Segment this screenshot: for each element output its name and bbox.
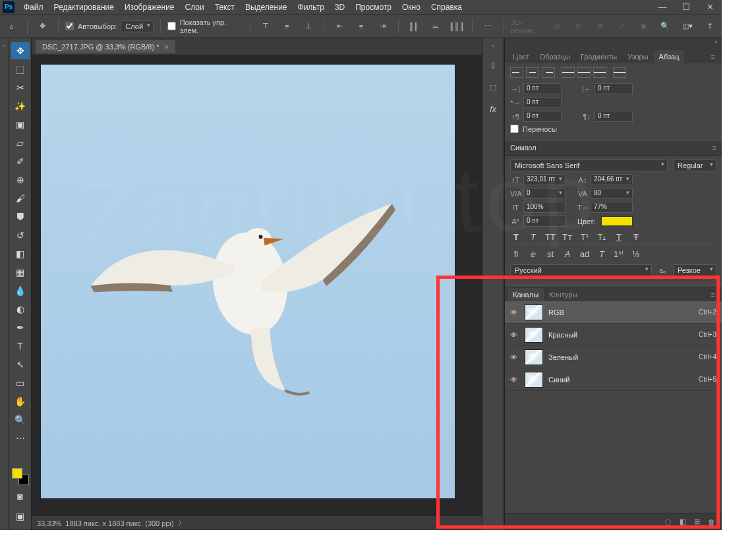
- align-hcenter-icon[interactable]: ≡: [353, 17, 370, 36]
- tool-lasso[interactable]: ✂: [11, 79, 30, 96]
- tool-screenmode[interactable]: ▣: [11, 508, 30, 525]
- tool-pen[interactable]: ✒: [11, 319, 30, 336]
- para-justify-center[interactable]: [577, 67, 591, 78]
- indent-left-field[interactable]: 0 пт: [523, 83, 562, 94]
- ot-ordinals[interactable]: 1ˢᵗ: [613, 249, 625, 259]
- show-controls-checkbox[interactable]: Показать упр. элем.: [167, 18, 243, 34]
- toolbox-collapse-handle[interactable]: »: [0, 38, 9, 530]
- status-zoom[interactable]: 33,33%: [37, 519, 61, 527]
- para-justify-right[interactable]: [593, 67, 606, 78]
- tool-eyedropper[interactable]: ✐: [11, 153, 30, 170]
- tool-frame[interactable]: ▱: [11, 134, 30, 152]
- distribute-v-icon[interactable]: ═: [426, 17, 444, 36]
- visibility-eye-icon[interactable]: 👁: [510, 353, 519, 361]
- leading-field[interactable]: 204,66 пт: [591, 174, 633, 185]
- tool-heal[interactable]: ⊕: [11, 171, 30, 189]
- kerning-field[interactable]: 0: [523, 188, 566, 199]
- style-underline[interactable]: T: [613, 232, 625, 242]
- auto-select-input[interactable]: [65, 22, 74, 30]
- close-tab-icon[interactable]: ×: [164, 43, 168, 51]
- panel-icon-2[interactable]: ⬚: [484, 78, 502, 96]
- tool-crop[interactable]: ▣: [11, 116, 30, 133]
- para-align-right[interactable]: [542, 67, 555, 78]
- ot-discretionary[interactable]: st: [544, 249, 556, 259]
- canvas-viewport[interactable]: [32, 55, 482, 515]
- menu-view[interactable]: Просмотр: [350, 1, 397, 14]
- ot-ligatures[interactable]: fi: [510, 249, 522, 259]
- menu-filter[interactable]: Фильтр: [293, 1, 330, 14]
- ot-fractions[interactable]: ½: [630, 249, 642, 259]
- align-vcenter-icon[interactable]: ≡: [278, 17, 296, 36]
- home-icon[interactable]: ⌂: [3, 17, 20, 36]
- align-top-icon[interactable]: ⊤: [256, 17, 274, 36]
- tool-shape[interactable]: ▭: [11, 374, 30, 392]
- tab-gradients[interactable]: Градиенты: [575, 50, 622, 63]
- panels-collapse-icon[interactable]: »: [505, 38, 722, 47]
- channel-row[interactable]: 👁ЗеленыйCtrl+4: [505, 346, 722, 368]
- auto-select-checkbox[interactable]: Автовыбор:: [65, 22, 117, 30]
- channel-row[interactable]: 👁СинийCtrl+5: [505, 368, 722, 391]
- menu-select[interactable]: Выделение: [240, 1, 293, 14]
- auto-select-target-dropdown[interactable]: Слой: [121, 20, 153, 32]
- character-panel-header[interactable]: Символ ≡: [505, 140, 722, 156]
- tab-color[interactable]: Цвет: [508, 50, 535, 63]
- para-align-center[interactable]: [526, 67, 539, 78]
- menu-help[interactable]: Справка: [426, 1, 467, 14]
- share-icon[interactable]: ⇪: [701, 17, 719, 36]
- tool-stamp[interactable]: ⛊: [11, 208, 30, 225]
- para-justify-all[interactable]: [613, 67, 626, 78]
- channel-row[interactable]: 👁RGBCtrl+2: [505, 301, 722, 324]
- panel-menu-icon[interactable]: ≡: [707, 288, 719, 301]
- panel-strip-collapse-icon[interactable]: «: [491, 42, 494, 49]
- distribute-3-icon[interactable]: ║║║: [448, 17, 466, 36]
- hyphenation-input[interactable]: [510, 125, 519, 133]
- tool-dodge[interactable]: ◐: [11, 301, 30, 318]
- document-tab[interactable]: DSC_2717.JPG @ 33,3% (RGB/8) * ×: [36, 40, 175, 53]
- style-superscript[interactable]: T¹: [579, 232, 591, 242]
- para-justify-left[interactable]: [562, 67, 575, 78]
- move-tool-icon[interactable]: ✥: [34, 17, 52, 36]
- tool-wand[interactable]: ✨: [11, 98, 30, 115]
- menu-3d[interactable]: 3D: [330, 1, 350, 14]
- font-size-field[interactable]: 323,01 пт: [523, 174, 566, 185]
- save-selection-icon[interactable]: ◧: [680, 517, 686, 526]
- hscale-field[interactable]: 77%: [591, 202, 633, 213]
- style-strikethrough[interactable]: T: [630, 232, 642, 242]
- delete-channel-icon[interactable]: 🗑: [708, 518, 715, 526]
- indent-first-field[interactable]: 0 пт: [523, 97, 562, 108]
- tool-history-brush[interactable]: ↺: [11, 227, 30, 244]
- font-family-dropdown[interactable]: Microsoft Sans Serif: [510, 160, 668, 171]
- align-left-icon[interactable]: ⇤: [331, 17, 349, 36]
- tab-paths[interactable]: Контуры: [544, 288, 583, 301]
- style-italic[interactable]: T: [527, 232, 539, 242]
- maximize-button[interactable]: ☐: [674, 0, 698, 15]
- space-after-field[interactable]: 0 пт: [595, 111, 633, 122]
- foreground-color[interactable]: [12, 468, 22, 479]
- menu-image[interactable]: Изображение: [119, 1, 180, 14]
- tool-hand[interactable]: ✋: [11, 393, 30, 410]
- panel-icon-1[interactable]: ▯: [484, 55, 502, 74]
- show-controls-input[interactable]: [167, 22, 176, 30]
- menu-file[interactable]: Файл: [18, 1, 49, 14]
- antialias-dropdown[interactable]: Резкое: [673, 264, 716, 276]
- distribute-h-icon[interactable]: ║║: [405, 17, 423, 36]
- panel-icon-fx[interactable]: fx: [484, 100, 502, 119]
- tracking-field[interactable]: 80: [591, 188, 633, 199]
- search-icon[interactable]: 🔍: [656, 17, 674, 36]
- tab-channels[interactable]: Каналы: [508, 288, 544, 301]
- tool-move[interactable]: ✥: [11, 42, 30, 59]
- indent-right-field[interactable]: 0 пт: [595, 83, 633, 94]
- menu-text[interactable]: Текст: [210, 1, 240, 14]
- align-right-icon[interactable]: ⇥: [374, 17, 392, 36]
- hyphenation-checkbox[interactable]: Переносы: [510, 125, 716, 133]
- foreground-background-swatch[interactable]: [12, 468, 29, 485]
- language-dropdown[interactable]: Русский: [510, 264, 652, 276]
- text-color-swatch[interactable]: [601, 216, 633, 226]
- close-button[interactable]: ✕: [698, 0, 722, 15]
- more-align-icon[interactable]: ⋯: [479, 17, 497, 36]
- ot-stylistic[interactable]: ad: [579, 249, 591, 259]
- ot-titling[interactable]: T: [596, 249, 608, 259]
- visibility-eye-icon[interactable]: 👁: [510, 308, 519, 316]
- space-before-field[interactable]: 0 пт: [523, 111, 562, 122]
- menu-layers[interactable]: Слои: [180, 1, 210, 14]
